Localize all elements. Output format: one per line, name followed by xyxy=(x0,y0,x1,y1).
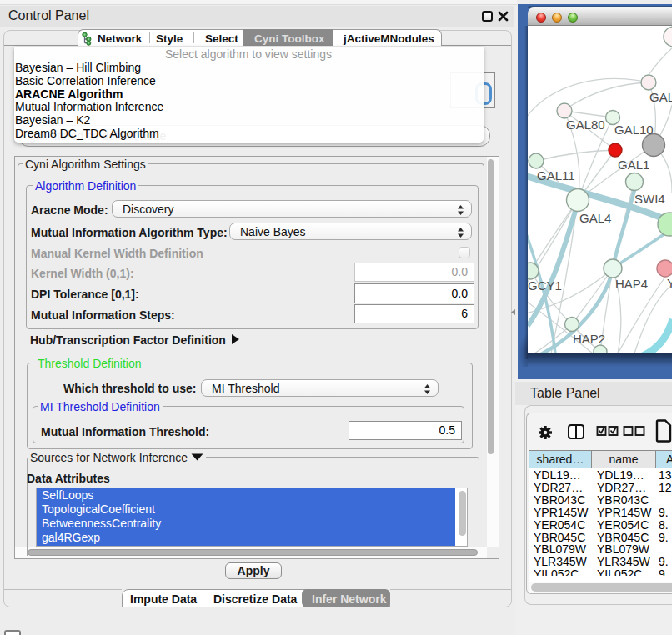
svg-text:GAL80: GAL80 xyxy=(566,118,605,132)
svg-text:GAL10: GAL10 xyxy=(614,122,654,137)
svg-text:GAL7: GAL7 xyxy=(649,90,672,104)
svg-text:GAL4: GAL4 xyxy=(579,211,611,225)
svg-text:SWI4: SWI4 xyxy=(634,192,665,206)
svg-text:HAP2: HAP2 xyxy=(573,332,605,346)
svg-text:GAL11: GAL11 xyxy=(537,168,575,182)
svg-text:YM: YM xyxy=(667,276,672,290)
svg-text:GAL1: GAL1 xyxy=(618,158,649,172)
svg-text:GCY1: GCY1 xyxy=(528,278,562,292)
svg-text:HAP4: HAP4 xyxy=(615,277,648,291)
